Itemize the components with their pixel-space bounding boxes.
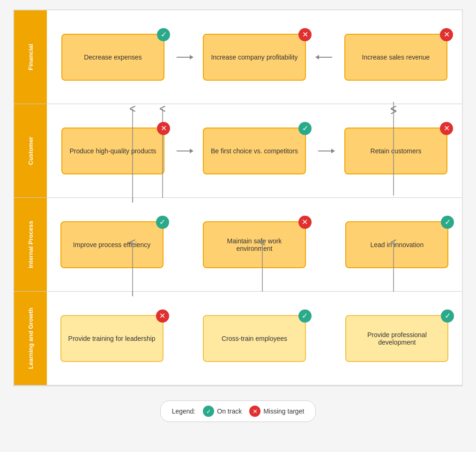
badge-increase-profitability: ✕ <box>298 28 312 41</box>
node-text-safe-work: Maintain safe work environment <box>211 237 298 252</box>
internal-process-label: Internal Process <box>14 198 47 291</box>
node-high-quality[interactable]: Produce high-quality products ✕ <box>61 128 164 174</box>
node-wrapper-high-quality: Produce high-quality products ✕ <box>61 128 164 174</box>
legend: Legend: ✓ On track ✕ Missing target <box>160 400 316 422</box>
node-text-training-leadership: Provide training for leadership <box>68 335 156 342</box>
node-text-retain-customers: Retain customers <box>371 147 422 155</box>
node-text-professional-dev: Provide professional development <box>353 331 440 346</box>
node-text-lead-innovation: Lead in innovation <box>371 241 424 249</box>
arrow-fin-2 <box>318 57 332 58</box>
arrow-fin-1 <box>177 57 191 58</box>
badge-decrease-expenses: ✓ <box>157 28 170 41</box>
legend-on-track: ✓ On track <box>203 406 242 417</box>
node-increase-revenue[interactable]: Increase sales revenue ✕ <box>344 34 447 81</box>
badge-process-efficiency: ✓ <box>156 216 169 229</box>
node-wrapper-increase-profitability: Increase company profitability ✕ <box>203 34 306 81</box>
arrow-line-cust-1 <box>177 151 191 151</box>
node-professional-dev[interactable]: Provide professional development ✓ <box>345 315 448 362</box>
customer-row: Customer Produce high-quality products ✕… <box>14 104 462 198</box>
badge-first-choice: ✓ <box>298 122 312 135</box>
badge-cross-train: ✓ <box>298 309 312 323</box>
arrow-cust-1 <box>177 151 191 151</box>
learning-growth-row: Learning and Growth Provide training for… <box>14 292 462 385</box>
node-wrapper-retain-customers: Retain customers ✕ <box>344 128 447 174</box>
node-training-leadership[interactable]: Provide training for leadership ✕ <box>60 315 164 362</box>
arrow-line-fin-2 <box>318 57 332 58</box>
strategy-map: Financial Decrease expenses ✓ Increase c… <box>13 9 463 386</box>
legend-missing-target: ✕ Missing target <box>249 406 304 417</box>
legend-check-icon: ✓ <box>203 406 214 417</box>
node-text-increase-revenue: Increase sales revenue <box>362 53 430 61</box>
financial-content: Decrease expenses ✓ Increase company pro… <box>47 10 462 104</box>
node-safe-work[interactable]: Maintain safe work environment ✕ <box>203 221 306 268</box>
arrow-line-fin-1 <box>177 57 191 58</box>
learning-growth-label: Learning and Growth <box>14 292 47 385</box>
node-wrapper-lead-innovation: Lead in innovation ✓ <box>345 221 448 268</box>
internal-process-content: Improve process efficiency ✓ Maintain sa… <box>47 198 462 291</box>
node-text-process-efficiency: Improve process efficiency <box>73 241 150 249</box>
node-increase-profitability[interactable]: Increase company profitability ✕ <box>203 34 306 81</box>
badge-safe-work: ✕ <box>298 216 312 229</box>
legend-on-track-text: On track <box>217 407 242 415</box>
rows-wrapper: Financial Decrease expenses ✓ Increase c… <box>14 10 462 385</box>
learning-growth-content: Provide training for leadership ✕ Cross-… <box>47 292 462 385</box>
node-lead-innovation[interactable]: Lead in innovation ✓ <box>345 221 448 268</box>
node-decrease-expenses[interactable]: Decrease expenses ✓ <box>61 34 164 81</box>
node-text-high-quality: Produce high-quality products <box>69 147 156 155</box>
financial-label: Financial <box>14 10 47 104</box>
legend-missing-text: Missing target <box>263 407 304 415</box>
badge-lead-innovation: ✓ <box>441 216 454 229</box>
internal-process-row: Internal Process Improve process efficie… <box>14 198 462 292</box>
node-text-increase-profitability: Increase company profitability <box>211 53 298 61</box>
node-wrapper-training-leadership: Provide training for leadership ✕ <box>60 315 164 362</box>
legend-cross-icon: ✕ <box>249 406 260 417</box>
legend-label: Legend: <box>172 407 196 415</box>
badge-retain-customers: ✕ <box>440 122 453 135</box>
node-wrapper-process-efficiency: Improve process efficiency ✓ <box>60 221 164 268</box>
node-wrapper-safe-work: Maintain safe work environment ✕ <box>203 221 306 268</box>
node-wrapper-increase-revenue: Increase sales revenue ✕ <box>344 34 447 81</box>
financial-row: Financial Decrease expenses ✓ Increase c… <box>14 10 462 104</box>
customer-label: Customer <box>14 104 47 197</box>
node-cross-train[interactable]: Cross-train employees ✓ <box>203 315 306 362</box>
node-retain-customers[interactable]: Retain customers ✕ <box>344 128 447 174</box>
node-text-decrease-expenses: Decrease expenses <box>84 53 142 61</box>
badge-increase-revenue: ✕ <box>440 28 453 41</box>
arrow-line-cust-2 <box>318 151 332 151</box>
badge-high-quality: ✕ <box>157 122 170 135</box>
node-wrapper-first-choice: Be first choice vs. competitors ✓ <box>203 128 306 174</box>
customer-content: Produce high-quality products ✕ Be first… <box>47 104 462 197</box>
node-wrapper-decrease-expenses: Decrease expenses ✓ <box>61 34 164 81</box>
node-first-choice[interactable]: Be first choice vs. competitors ✓ <box>203 128 306 174</box>
node-text-first-choice: Be first choice vs. competitors <box>211 147 298 155</box>
node-wrapper-cross-train: Cross-train employees ✓ <box>203 315 306 362</box>
node-wrapper-professional-dev: Provide professional development ✓ <box>345 315 448 362</box>
badge-professional-dev: ✓ <box>441 309 454 323</box>
badge-training-leadership: ✕ <box>156 309 169 323</box>
node-text-cross-train: Cross-train employees <box>222 335 287 342</box>
arrow-cust-2 <box>318 151 332 151</box>
node-process-efficiency[interactable]: Improve process efficiency ✓ <box>60 221 164 268</box>
